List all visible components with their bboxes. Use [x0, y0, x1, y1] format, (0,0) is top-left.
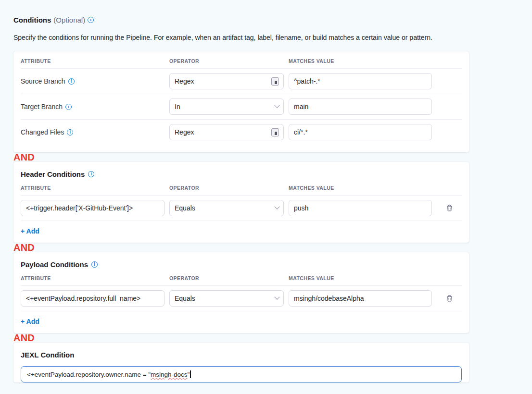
fixed-input-type-icon-mark [275, 81, 277, 84]
conditions-panel: Conditions (Optional) i Specify the cond… [13, 0, 469, 382]
section-title-text: JEXL Condition [21, 351, 74, 359]
trash-icon [446, 204, 453, 212]
table-row-source-branch: Source Branch i Regex [21, 69, 462, 94]
info-icon[interactable]: i [67, 129, 73, 135]
operator-select[interactable]: Equals [169, 290, 284, 307]
jexl-misspelled-word: msingh-docs [151, 371, 188, 378]
operator-selected-value: Equals [175, 295, 195, 302]
page-title: Conditions [13, 16, 51, 24]
column-headers: ATTRIBUTE OPERATOR MATCHES VALUE [21, 178, 462, 195]
attribute-label-text: Target Branch [21, 103, 63, 111]
attribute-input[interactable] [21, 200, 165, 216]
section-title-text: Header Conditions [21, 170, 85, 178]
column-header-matches-value: MATCHES VALUE [289, 58, 432, 64]
table-row-target-branch: Target Branch i In [21, 94, 462, 119]
jexl-condition-card: JEXL Condition <+eventPayload.repository… [13, 343, 469, 382]
and-separator: AND [13, 333, 469, 343]
matches-value-input[interactable] [289, 124, 432, 140]
section-title: JEXL Condition [21, 343, 462, 359]
info-icon[interactable]: i [88, 171, 94, 177]
operator-select[interactable]: Regex [169, 73, 284, 89]
add-payload-condition-link[interactable]: + Add [21, 311, 39, 333]
operator-selected-value: In [175, 103, 180, 111]
fixed-input-type-icon[interactable] [271, 128, 279, 136]
attribute-input[interactable] [21, 290, 165, 307]
fixed-input-type-icon-mark [275, 132, 277, 135]
jexl-value-prefix: <+eventPayload.repository.owner.name = " [27, 371, 151, 378]
text-cursor [190, 370, 191, 378]
column-header-matches-value: MATCHES VALUE [289, 185, 432, 191]
page-heading: Conditions (Optional) i [13, 16, 469, 24]
table-row-header-condition: Equals [21, 196, 462, 221]
column-header-attribute: ATTRIBUTE [21, 185, 165, 191]
jexl-condition-input[interactable]: <+eventPayload.repository.owner.name = "… [21, 366, 462, 382]
operator-select[interactable]: In [169, 98, 284, 115]
branch-conditions-card: ATTRIBUTE OPERATOR MATCHES VALUE Source … [13, 51, 469, 152]
add-header-condition-link[interactable]: + Add [21, 221, 39, 243]
info-icon[interactable]: i [65, 104, 72, 110]
info-icon[interactable]: i [88, 17, 94, 23]
chevron-down-icon [274, 103, 279, 108]
attribute-label: Source Branch i [21, 77, 165, 85]
attribute-label-text: Changed Files [21, 128, 64, 136]
optional-label: (Optional) [53, 16, 85, 24]
delete-row-button[interactable] [445, 203, 454, 213]
header-conditions-card: Header Conditions i ATTRIBUTE OPERATOR M… [13, 162, 469, 243]
delete-row-button[interactable] [445, 294, 454, 303]
divider [21, 221, 462, 221]
column-headers: ATTRIBUTE OPERATOR MATCHES VALUE [21, 51, 462, 68]
chevron-down-icon [274, 204, 279, 209]
jexl-value-suffix: " [188, 371, 190, 378]
table-row-changed-files: Changed Files i Regex [21, 120, 462, 145]
section-title-text: Payload Conditions [21, 260, 88, 269]
table-row-payload-condition: Equals [21, 286, 462, 311]
fixed-input-type-icon[interactable] [271, 77, 279, 86]
trash-icon [446, 295, 453, 302]
matches-value-input[interactable] [289, 290, 432, 307]
attribute-label: Target Branch i [21, 103, 165, 111]
section-title: Header Conditions i [21, 162, 462, 178]
divider [21, 311, 462, 311]
column-header-operator: OPERATOR [169, 185, 284, 191]
payload-conditions-card: Payload Conditions i ATTRIBUTE OPERATOR … [13, 252, 469, 333]
description-text: Specify the conditions for running the P… [13, 34, 469, 41]
chevron-down-icon [274, 295, 279, 300]
operator-selected-value: Equals [175, 204, 195, 212]
operator-select[interactable]: Equals [169, 200, 284, 216]
info-icon[interactable]: i [91, 261, 98, 268]
info-icon[interactable]: i [68, 78, 75, 85]
section-title: Payload Conditions i [21, 252, 462, 269]
matches-value-input[interactable] [289, 98, 432, 115]
column-header-matches-value: MATCHES VALUE [289, 275, 432, 281]
column-headers: ATTRIBUTE OPERATOR MATCHES VALUE [21, 269, 462, 285]
operator-select[interactable]: Regex [169, 124, 284, 140]
column-header-attribute: ATTRIBUTE [21, 58, 165, 64]
matches-value-input[interactable] [289, 200, 432, 216]
column-header-attribute: ATTRIBUTE [21, 275, 165, 281]
operator-selected-value: Regex [175, 128, 194, 136]
matches-value-input[interactable] [289, 73, 432, 89]
and-separator: AND [13, 243, 469, 252]
operator-selected-value: Regex [175, 77, 194, 85]
column-header-operator: OPERATOR [169, 58, 284, 64]
attribute-label-text: Source Branch [21, 77, 65, 85]
and-separator: AND [13, 152, 469, 162]
attribute-label: Changed Files i [21, 128, 165, 136]
column-header-operator: OPERATOR [169, 275, 284, 281]
